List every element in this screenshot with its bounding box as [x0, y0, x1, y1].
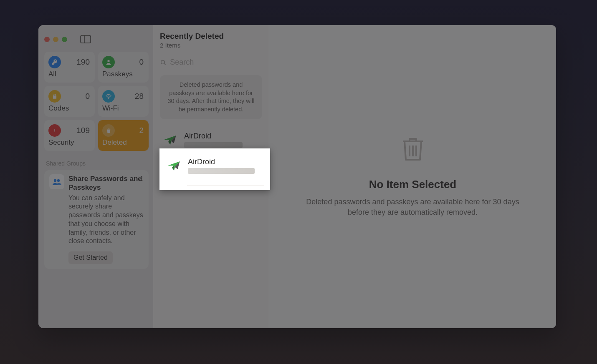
close-icon[interactable]: ✕ [137, 174, 144, 183]
item-title: AirDroid [184, 132, 259, 141]
zoom-window-button[interactable] [62, 37, 67, 42]
svg-point-3 [108, 98, 109, 99]
key-icon [48, 56, 61, 68]
category-count: 0 [85, 92, 90, 101]
sidebar-icon [80, 35, 91, 43]
list-subtitle: 2 Items [160, 42, 262, 49]
shared-groups-heading: Shared Groups [44, 160, 149, 167]
highlighted-item[interactable]: AirDroid [159, 148, 270, 190]
svg-rect-6 [54, 131, 55, 132]
category-label: All [48, 70, 90, 78]
sidebar: 190 All 0 Passkeys [38, 25, 153, 328]
alert-icon [48, 124, 61, 137]
item-username-redacted [188, 168, 255, 174]
empty-state-title: No Item Selected [369, 178, 457, 191]
category-count: 2 [139, 126, 144, 135]
airdroid-icon [166, 158, 182, 174]
empty-state-description: Deleted passwords and passkeys are avail… [304, 197, 521, 218]
shared-group-icon [49, 174, 64, 189]
trash-icon [102, 124, 115, 137]
share-passwords-card: Share Passwords and Passkeys You can saf… [44, 170, 149, 269]
svg-point-7 [54, 179, 56, 182]
category-label: Deleted [102, 138, 144, 147]
item-username-redacted [184, 142, 243, 148]
svg-line-10 [164, 63, 165, 65]
detail-pane: No Item Selected Deleted passwords and p… [269, 25, 556, 328]
category-count: 190 [76, 58, 90, 67]
close-window-button[interactable] [44, 37, 50, 42]
share-card-title: Share Passwords and Passkeys [68, 174, 144, 192]
share-card-description: You can safely and securely share passwo… [68, 194, 144, 246]
category-security[interactable]: 109 Security [44, 120, 95, 151]
trash-illustration-icon [401, 136, 425, 163]
search-field[interactable] [160, 58, 262, 67]
passkey-icon [102, 56, 115, 68]
category-count: 0 [139, 58, 144, 67]
category-deleted[interactable]: 2 Deleted [98, 120, 149, 151]
category-all[interactable]: 190 All [44, 52, 95, 83]
category-label: Codes [48, 104, 90, 113]
item-divider [187, 186, 264, 186]
minimize-window-button[interactable] [53, 37, 58, 42]
category-label: Wi-Fi [102, 104, 144, 113]
list-title: Recently Deleted [160, 32, 262, 41]
search-input[interactable] [170, 58, 262, 67]
svg-rect-0 [81, 35, 91, 43]
svg-point-2 [107, 60, 109, 62]
deleted-notice: Deleted passwords and passkeys are avail… [160, 75, 262, 119]
category-codes[interactable]: 0 Codes [44, 86, 95, 117]
category-count: 109 [76, 126, 90, 135]
lock-icon [48, 90, 61, 103]
svg-point-8 [57, 179, 60, 182]
item-title: AirDroid [188, 158, 263, 166]
category-passkeys[interactable]: 0 Passkeys [98, 52, 149, 83]
category-count: 28 [135, 92, 144, 101]
category-grid: 190 All 0 Passkeys [44, 52, 149, 151]
search-icon [160, 59, 167, 66]
svg-rect-5 [54, 129, 55, 131]
svg-point-9 [161, 60, 165, 64]
category-wifi[interactable]: 28 Wi-Fi [98, 86, 149, 117]
wifi-icon [102, 90, 115, 103]
airdroid-icon [162, 132, 178, 148]
passwords-window: 190 All 0 Passkeys [38, 25, 556, 328]
get-started-button[interactable]: Get Started [68, 251, 113, 264]
toggle-sidebar-button[interactable] [80, 35, 91, 44]
window-controls [44, 32, 149, 47]
category-label: Passkeys [102, 70, 144, 78]
category-label: Security [48, 138, 90, 147]
